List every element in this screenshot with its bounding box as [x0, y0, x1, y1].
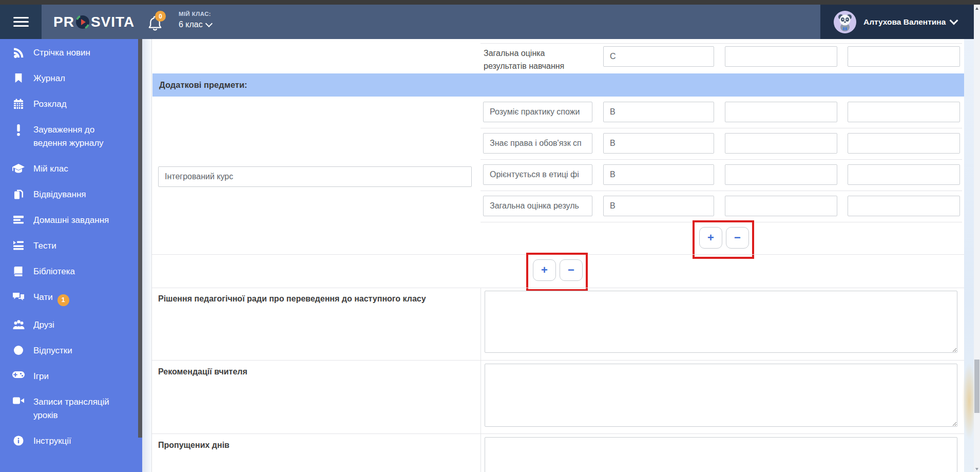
hamburger-icon — [13, 14, 29, 29]
calendar-icon — [12, 98, 25, 109]
sidebar-item-instructions[interactable]: Інструкції — [0, 428, 142, 454]
logo-text-pre: PR — [53, 14, 74, 30]
grade-input-3[interactable] — [603, 164, 714, 185]
gamepad-icon — [12, 370, 25, 380]
book-icon — [12, 266, 25, 277]
grade-input-4[interactable] — [603, 196, 714, 216]
grade-extra-input-1b[interactable] — [848, 102, 960, 122]
sidebar: Стрічка новин Журнал Розклад Зауваження … — [0, 39, 142, 472]
app-screen: PR SVITA 0 МІЙ КЛАС: 6 клас — [0, 0, 980, 472]
sidebar-item-schedule[interactable]: Розклад — [0, 91, 142, 117]
pedagogical-decision-label: Рішення педагогічної ради про переведенн… — [158, 293, 461, 305]
my-class-value: 6 клас — [179, 20, 203, 29]
sidebar-item-lesson-recordings[interactable]: Записи трансляцій уроків — [0, 389, 142, 428]
info-icon — [12, 435, 25, 446]
row-divider — [152, 288, 965, 288]
highlight-box-subject-controls — [526, 253, 588, 291]
teacher-recommendations-textarea[interactable] — [485, 364, 957, 427]
teacher-recommendations-label: Рекомендації вчителя — [158, 366, 461, 378]
pages-icon — [12, 188, 25, 200]
sidebar-content-gap — [142, 39, 151, 472]
table-top-border — [481, 43, 962, 44]
criterion-input-2[interactable] — [483, 133, 592, 154]
logo-text-post: SVITA — [91, 14, 134, 30]
highlight-box-criteria-controls — [693, 220, 754, 259]
sidebar-item-attendance[interactable]: Відвідування — [0, 182, 142, 207]
panda-avatar-image — [835, 12, 855, 32]
sidebar-item-chats-label: Чати — [33, 292, 53, 302]
app-logo[interactable]: PR SVITA — [53, 5, 134, 39]
grade-extra-input-3a[interactable] — [725, 164, 837, 185]
student-report-form: Загальна оцінка результатів навчання Дод… — [151, 39, 965, 472]
grade-extra-input-2a[interactable] — [725, 133, 837, 154]
sidebar-item-journal-remarks[interactable]: Зауваження до ведення журналу — [0, 117, 142, 156]
graduation-cap-icon — [12, 163, 25, 174]
chats-count-badge: 1 — [57, 294, 69, 306]
overall-grade-input[interactable] — [603, 46, 714, 67]
grade-input-1[interactable] — [603, 102, 714, 122]
page-scrollbar-thumb[interactable] — [974, 360, 979, 413]
user-chevron-down-icon — [950, 16, 958, 25]
avatar — [834, 11, 856, 33]
scroll-down-arrow-icon[interactable] — [975, 468, 978, 470]
row-divider — [152, 360, 965, 361]
column-divider — [481, 288, 481, 472]
users-icon — [12, 319, 25, 330]
overall-grade-extra-input-2[interactable] — [848, 46, 960, 67]
pedagogical-decision-textarea[interactable] — [485, 291, 957, 353]
user-menu[interactable]: Алтухова Валентина — [820, 5, 974, 39]
subject-name-input[interactable] — [158, 166, 472, 187]
user-name: Алтухова Валентина — [863, 17, 946, 27]
chevron-down-icon — [205, 20, 213, 27]
sidebar-scrollbar-thumb[interactable] — [138, 39, 142, 438]
row-divider — [481, 191, 962, 191]
additional-subjects-header-text: Додаткові предмети: — [159, 80, 247, 90]
sidebar-item-library[interactable]: Бібліотека — [0, 259, 142, 285]
row-divider — [481, 159, 962, 160]
overall-grade-label: Загальна оцінка результатів навчання — [484, 47, 584, 72]
page-scrollbar[interactable] — [974, 5, 980, 472]
sidebar-item-journal[interactable]: Журнал — [0, 66, 142, 91]
sidebar-item-chats[interactable]: Чати1 — [0, 285, 142, 312]
grade-extra-input-3b[interactable] — [848, 164, 960, 185]
topbar: PR SVITA 0 МІЙ КЛАС: 6 клас — [0, 5, 980, 39]
browser-edge-strip — [0, 0, 980, 5]
grade-input-2[interactable] — [603, 133, 714, 154]
additional-subjects-header: Додаткові предмети: — [152, 73, 964, 97]
menu-toggle-button[interactable] — [0, 5, 42, 39]
video-camera-icon — [12, 396, 25, 405]
sidebar-nav: Стрічка новин Журнал Розклад Зауваження … — [0, 39, 142, 454]
sidebar-item-vacations[interactable]: Відпустки — [0, 338, 142, 364]
sidebar-item-tests[interactable]: Тести — [0, 233, 142, 259]
my-class-selector[interactable]: МІЙ КЛАС: 6 клас — [179, 11, 212, 29]
grade-extra-input-4a[interactable] — [725, 196, 837, 216]
criterion-input-3[interactable] — [483, 164, 592, 185]
page-background-sliver — [964, 39, 974, 472]
grade-extra-input-2b[interactable] — [848, 133, 960, 154]
overall-grade-extra-input-1[interactable] — [725, 46, 837, 67]
circle-icon — [12, 345, 25, 356]
sidebar-item-homework[interactable]: Домашні завдання — [0, 207, 142, 233]
row-divider — [152, 433, 965, 434]
my-class-label: МІЙ КЛАС: — [179, 11, 212, 17]
sidebar-item-my-class[interactable]: Мій клас — [0, 156, 142, 182]
list-lines-icon — [12, 214, 25, 224]
notification-count-badge: 0 — [155, 11, 166, 22]
bookmark-icon — [12, 72, 25, 84]
grade-extra-input-4b[interactable] — [848, 196, 960, 216]
sidebar-item-news-feed[interactable]: Стрічка новин — [0, 40, 142, 66]
notifications-button[interactable]: 0 — [147, 12, 169, 33]
scroll-up-arrow-icon[interactable] — [975, 7, 978, 10]
missed-days-textarea[interactable] — [485, 437, 957, 472]
sidebar-item-friends[interactable]: Друзі — [0, 312, 142, 338]
row-divider — [481, 128, 962, 128]
criterion-input-4[interactable] — [483, 196, 592, 216]
sidebar-item-games[interactable]: Ігри — [0, 364, 142, 389]
missed-days-label: Пропущених днів — [158, 439, 461, 451]
tasks-icon — [12, 240, 25, 250]
chat-bubbles-icon — [12, 291, 25, 303]
criterion-input-1[interactable] — [483, 102, 592, 122]
logo-play-icon — [75, 14, 90, 30]
grade-extra-input-1a[interactable] — [725, 102, 837, 122]
rss-icon — [12, 47, 25, 59]
